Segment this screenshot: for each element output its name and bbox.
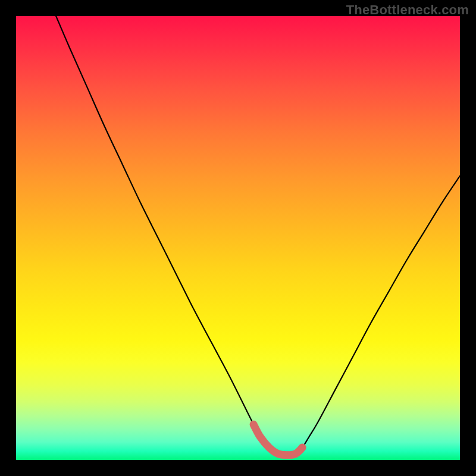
curve-main <box>56 16 460 455</box>
plot-area <box>16 16 460 460</box>
curve-highlight <box>253 424 302 455</box>
watermark-text: TheBottleneck.com <box>346 2 469 18</box>
chart-frame: TheBottleneck.com <box>0 0 476 476</box>
curve-layer <box>16 16 460 460</box>
